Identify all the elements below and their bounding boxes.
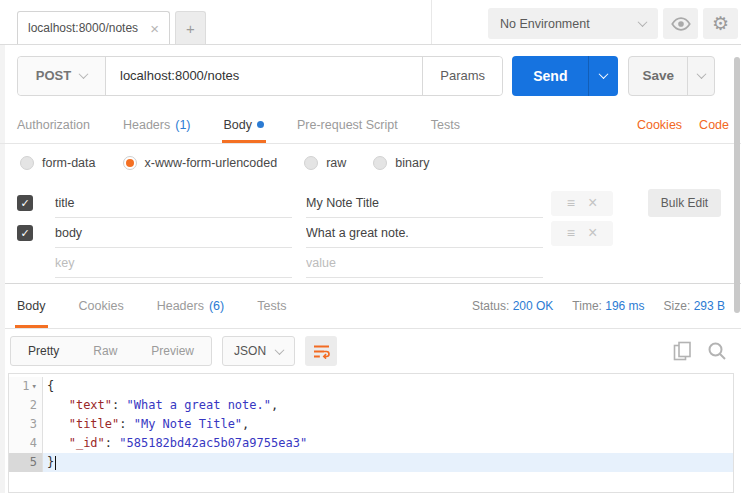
tab-label: Authorization	[17, 118, 90, 132]
radio-binary[interactable]: binary	[373, 156, 429, 170]
scrollbar-thumb[interactable]	[734, 57, 740, 313]
environment-selector[interactable]: No Environment	[488, 8, 658, 39]
delete-row-icon[interactable]: ×	[588, 225, 597, 241]
tab-pre-request-script[interactable]: Pre-request Script	[297, 106, 398, 143]
response-meta: Status: 200 OK Time: 196 ms Size: 293 B	[472, 284, 725, 328]
response-tab-cookies[interactable]: Cookies	[79, 284, 124, 328]
key-input[interactable]	[55, 226, 292, 240]
key-input[interactable]	[55, 196, 292, 210]
line-gutter: 1 ▾	[9, 377, 43, 396]
status-value: 200 OK	[513, 299, 554, 313]
search-icon[interactable]	[707, 341, 727, 361]
radio-icon	[304, 156, 318, 170]
code-line-active: 5 }	[9, 453, 733, 472]
text-cursor	[55, 456, 56, 470]
new-key-input[interactable]	[55, 256, 292, 270]
format-dropdown[interactable]: JSON	[222, 336, 295, 366]
tab-label: Cookies	[79, 299, 124, 313]
tab-label: Headers	[123, 118, 170, 132]
response-tabs: Body Cookies Headers (6) Tests Status: 2…	[0, 284, 741, 329]
params-label: Params	[440, 68, 485, 83]
tab-label: Tests	[257, 299, 286, 313]
response-tab-tests[interactable]: Tests	[257, 284, 286, 328]
view-pretty[interactable]: Pretty	[11, 337, 76, 365]
value-input[interactable]	[306, 196, 543, 210]
chevron-down-icon	[696, 69, 706, 79]
body-type-selector: form-data x-www-form-urlencoded raw bina…	[0, 144, 741, 182]
kv-row-title: ✓ ≡ × Bulk Edit	[17, 188, 721, 218]
send-label: Send	[533, 68, 567, 84]
value-input[interactable]	[306, 226, 543, 240]
url-input[interactable]	[106, 57, 422, 95]
tab-close-icon[interactable]: ×	[150, 21, 159, 36]
code-line: 4 "_id": "585182bd42ac5b07a9755ea3"	[9, 434, 733, 453]
tab-headers[interactable]: Headers (1)	[123, 106, 191, 143]
radio-label: form-data	[42, 156, 96, 170]
tab-body[interactable]: Body	[224, 106, 265, 143]
row-actions: ≡ ×	[551, 221, 613, 246]
code-link[interactable]: Code	[699, 118, 729, 132]
send-button-group: Send	[512, 56, 618, 96]
row-enabled-checkbox[interactable]: ✓	[17, 225, 33, 241]
response-tab-body[interactable]: Body	[17, 284, 46, 328]
save-options-button[interactable]	[687, 57, 714, 95]
line-number: 4	[30, 434, 37, 453]
eye-icon	[671, 17, 691, 31]
radio-icon	[373, 156, 387, 170]
drag-handle-icon[interactable]: ≡	[567, 196, 575, 210]
urlencoded-key-value-editor: ✓ ≡ × Bulk Edit ✓ ≡ ×	[0, 182, 741, 278]
bulk-edit-button[interactable]: Bulk Edit	[648, 189, 721, 217]
response-body-editor[interactable]: 1 ▾ { 2 "text": "What a great note.", 3 …	[8, 373, 734, 493]
save-label: Save	[642, 68, 674, 83]
word-wrap-button[interactable]	[305, 336, 337, 366]
line-number: 3	[30, 415, 37, 434]
radio-icon	[20, 156, 34, 170]
tab-label: Body	[17, 299, 46, 313]
size-value: 293 B	[694, 299, 725, 313]
response-tab-headers[interactable]: Headers (6)	[157, 284, 225, 328]
send-options-button[interactable]	[588, 56, 618, 96]
format-label: JSON	[234, 344, 266, 358]
view-preview[interactable]: Preview	[134, 337, 211, 365]
delete-row-icon[interactable]: ×	[588, 195, 597, 211]
tab-label: Tests	[431, 118, 460, 132]
save-button[interactable]: Save	[629, 57, 687, 95]
view-label: Preview	[151, 344, 194, 358]
view-raw[interactable]: Raw	[76, 337, 134, 365]
radio-raw[interactable]: raw	[304, 156, 346, 170]
code-text: {	[43, 377, 733, 396]
new-value-input[interactable]	[306, 256, 543, 270]
radio-label: x-www-form-urlencoded	[145, 156, 278, 170]
line-number: 2	[30, 396, 37, 415]
fold-arrow-icon[interactable]: ▾	[32, 377, 37, 396]
environment-quicklook-button[interactable]	[663, 8, 698, 39]
radio-form-data[interactable]: form-data	[20, 156, 96, 170]
settings-button[interactable]: ⚙	[703, 8, 738, 39]
cookies-link[interactable]: Cookies	[637, 118, 682, 132]
row-enabled-checkbox[interactable]: ✓	[17, 195, 33, 211]
plus-icon: +	[186, 20, 195, 37]
row-actions: ≡ ×	[551, 191, 613, 216]
params-button[interactable]: Params	[422, 57, 502, 95]
send-button[interactable]: Send	[512, 56, 588, 96]
check-icon: ✓	[20, 197, 29, 210]
radio-label: binary	[395, 156, 429, 170]
code-text: "text": "What a great note.",	[43, 396, 733, 415]
tab-tests[interactable]: Tests	[431, 106, 460, 143]
tab-label: Headers	[157, 299, 204, 313]
environment-label: No Environment	[500, 17, 639, 31]
method-dropdown[interactable]: POST	[18, 57, 106, 95]
viewer-actions	[673, 341, 727, 361]
unsaved-changes-dot	[257, 121, 264, 128]
drag-handle-icon[interactable]: ≡	[567, 226, 575, 240]
copy-icon[interactable]	[673, 341, 692, 361]
request-tab[interactable]: localhost:8000/notes ×	[17, 11, 170, 44]
radio-x-www-form-urlencoded[interactable]: x-www-form-urlencoded	[123, 156, 278, 170]
tab-authorization[interactable]: Authorization	[17, 106, 90, 143]
new-tab-button[interactable]: +	[175, 11, 206, 44]
gear-icon: ⚙	[712, 14, 729, 33]
top-bar: localhost:8000/notes × + No Environment …	[0, 0, 741, 45]
chevron-down-icon	[638, 17, 648, 27]
view-label: Raw	[93, 344, 117, 358]
response-section: Body Cookies Headers (6) Tests Status: 2…	[0, 283, 741, 493]
